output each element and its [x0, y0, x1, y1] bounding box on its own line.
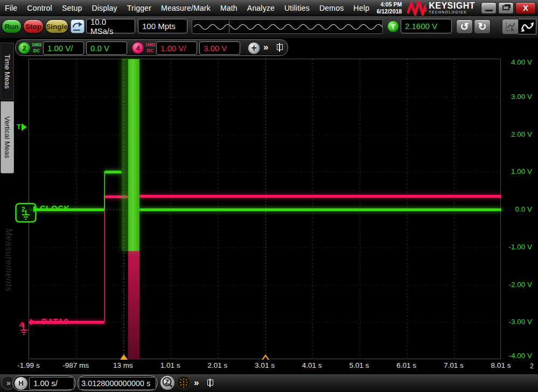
touch-gesture-icon	[71, 20, 84, 33]
gridline-horizontal	[29, 135, 501, 135]
channel2-ground-icon: 2	[15, 202, 39, 223]
zoom-button[interactable]: Z	[160, 376, 174, 390]
waveform-drag-icon[interactable]	[519, 19, 536, 34]
run-button[interactable]: Run	[2, 19, 22, 33]
close-icon: X	[523, 3, 528, 12]
pin-icon[interactable]	[207, 379, 213, 387]
zoom-icon: Z	[160, 376, 174, 390]
time-tick-label: 6.01 s	[396, 361, 416, 369]
trigger-source-badge[interactable]: T	[387, 20, 399, 32]
menu-items: FileControlSetupDisplayTriggerMeasure/Ma…	[0, 4, 374, 12]
memory-depth-field[interactable]: 100 Mpts	[138, 19, 187, 33]
trigger-marker-label: T	[17, 123, 21, 131]
channel2-ground-marker[interactable]: 2	[15, 202, 39, 225]
channel4-ground-marker[interactable]: 4	[16, 316, 41, 337]
brand-name: KEYSIGHT	[429, 2, 475, 10]
time-tick-label: 7.01 s	[444, 361, 464, 369]
data0-edge	[104, 197, 105, 322]
horizontal-settings-group: H 1.00 s/	[12, 375, 76, 391]
clock-burst-band	[122, 59, 139, 251]
time-tick-label: 1.01 s	[160, 361, 180, 369]
preview-waveform-icon	[192, 20, 382, 33]
menu-item-control[interactable]: Control	[22, 4, 57, 12]
voltage-tick-label: -2.00 V	[508, 280, 532, 288]
menu-item-help[interactable]: Help	[348, 4, 374, 12]
menu-item-math[interactable]: Math	[215, 4, 242, 12]
waveform-preview-strip[interactable]	[192, 19, 383, 34]
voltage-axis: 4.00 V3.00 V2.00 V1.00 V0.0 V-1.00 V-2.0…	[503, 59, 535, 359]
tab-time-meas[interactable]: Time Meas	[1, 43, 14, 100]
redo-button[interactable]: ↻	[474, 19, 491, 34]
minimize-icon	[485, 10, 493, 11]
timebase-field[interactable]: 1.00 s/	[29, 377, 74, 390]
data0-trace-segment	[139, 195, 501, 198]
menu-item-trigger[interactable]: Trigger	[122, 4, 156, 12]
sample-rate-field[interactable]: 10.0 MSa/s	[86, 19, 135, 33]
channel-bar-more-button[interactable]: »	[263, 42, 267, 53]
channel4-coupling-label: 1MΩDC	[144, 42, 156, 53]
channel4-ground-icon: 4	[16, 316, 41, 335]
position-knob-icon[interactable]	[177, 376, 191, 392]
data0-burst-band	[128, 251, 139, 360]
preview-trigger-marker	[229, 20, 229, 33]
scope-graticule[interactable]	[29, 59, 501, 359]
time-tick-label: 3.01 s	[255, 361, 275, 369]
trigger-time-marker-icon[interactable]	[120, 354, 128, 360]
voltage-tick-label: 3.00 V	[511, 92, 532, 100]
gridline-horizontal	[29, 285, 501, 285]
menu-item-analyze[interactable]: Analyze	[242, 4, 280, 12]
clock-time: 4:05 PM	[376, 1, 402, 8]
footer-more-button[interactable]: »	[194, 377, 198, 388]
time-tick-label: 4.01 s	[302, 361, 322, 369]
close-button[interactable]: X	[515, 2, 536, 14]
undo-button[interactable]: ↺	[456, 19, 473, 34]
add-channel-button[interactable]: +	[248, 42, 260, 54]
menu-item-display[interactable]: Display	[87, 4, 122, 12]
tab-vertical-meas[interactable]: Vertical Meas	[1, 101, 14, 173]
channel4-offset-field[interactable]: 3.00 V	[199, 41, 240, 55]
keysight-logo-text: KEYSIGHT TECHNOLOGIES	[429, 2, 475, 15]
menu-item-setup[interactable]: Setup	[57, 4, 87, 12]
menu-bar: FileControlSetupDisplayTriggerMeasure/Ma…	[0, 0, 538, 16]
display-mode-toggle[interactable]	[502, 19, 536, 34]
svg-text:2: 2	[22, 206, 25, 213]
channel2-scale-field[interactable]: 1.00 V/	[43, 41, 84, 55]
clock-trace-label: CLOCK	[40, 204, 70, 213]
time-reference-marker-icon[interactable]	[262, 354, 269, 360]
horizontal-delay-field[interactable]: 3.0128000000000 s	[79, 377, 156, 390]
chart-mode-icon[interactable]	[502, 19, 519, 34]
system-clock: 4:05 PM 6/12/2018	[376, 1, 402, 15]
channel2-coupling-label: 1MΩDC	[31, 42, 43, 53]
svg-text:Z: Z	[165, 379, 169, 386]
menu-item-measure-mark[interactable]: Measure/Mark	[156, 4, 215, 12]
pin-icon[interactable]	[276, 43, 283, 52]
minimize-button[interactable]	[481, 2, 497, 14]
single-button[interactable]: Single	[45, 19, 68, 33]
time-tick-label: 8.01 s	[491, 361, 511, 369]
horizontal-bar: » H 1.00 s/ 3.0128000000000 s Z »	[0, 374, 538, 392]
maximize-icon	[502, 5, 509, 10]
maximize-button[interactable]	[498, 2, 514, 14]
trigger-level-marker[interactable]: T	[17, 123, 27, 131]
axis-corner-label: 2	[530, 362, 534, 370]
voltage-tick-label: 1.00 V	[511, 167, 532, 176]
menu-item-demos[interactable]: Demos	[315, 4, 348, 12]
trigger-level-field[interactable]: 2.1600 V	[401, 19, 452, 33]
channel4-scale-field[interactable]: 1.00 V/	[156, 41, 197, 55]
stop-button[interactable]: Stop	[23, 19, 44, 33]
channel2-badge[interactable]: 2	[18, 42, 30, 54]
channel4-badge[interactable]: 4	[132, 42, 144, 54]
voltage-tick-label: 2.00 V	[511, 130, 532, 138]
channel2-offset-field[interactable]: 0.0 V	[86, 41, 127, 55]
svg-text:4: 4	[19, 320, 24, 329]
channel-settings-bar: 2 1MΩDC 1.00 V/ 0.0 V 4 1MΩDC 1.00 V/ 3.…	[15, 39, 288, 56]
brand-subtitle: TECHNOLOGIES	[429, 11, 475, 15]
clock-edge	[104, 172, 105, 209]
voltage-tick-label: -4.00 V	[508, 352, 532, 360]
touch-gesture-button[interactable]	[71, 19, 85, 33]
clock-trace-segment	[139, 208, 501, 211]
menu-item-utilities[interactable]: Utilities	[280, 4, 315, 12]
horizontal-badge[interactable]: H	[15, 377, 27, 390]
time-tick-label: 13 ms	[113, 361, 133, 369]
menu-item-file[interactable]: File	[0, 4, 22, 12]
